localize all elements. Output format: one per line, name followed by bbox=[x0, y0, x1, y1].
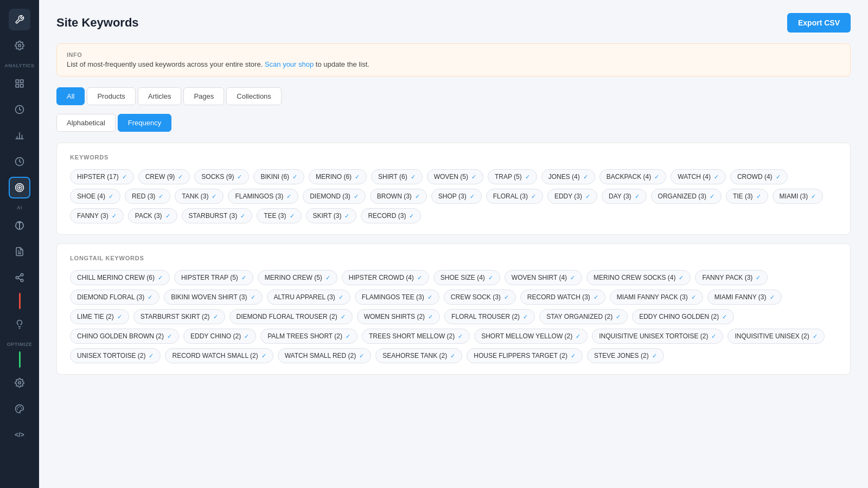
keyword-tag[interactable]: MIAMI (3) ✓ bbox=[773, 189, 824, 204]
keyword-tag[interactable]: RECORD (3) ✓ bbox=[361, 208, 421, 223]
check-icon: ✓ bbox=[593, 294, 598, 301]
tab-pages[interactable]: Pages bbox=[183, 87, 224, 105]
longtail-tag[interactable]: FLAMINGOS TEE (3) ✓ bbox=[355, 290, 439, 305]
longtail-tag[interactable]: INQUISITIVE UNISEX TORTOISE (2) ✓ bbox=[592, 329, 723, 344]
check-icon: ✓ bbox=[158, 193, 163, 200]
settings-gear-icon[interactable] bbox=[9, 35, 30, 56]
keyword-tag[interactable]: JONES (4) ✓ bbox=[541, 169, 595, 184]
longtail-tag[interactable]: ALTRU APPAREL (3) ✓ bbox=[267, 290, 350, 305]
sort-frequency[interactable]: Frequency bbox=[118, 114, 171, 132]
longtail-tag[interactable]: CHINO GOLDEN BROWN (2) ✓ bbox=[70, 329, 179, 344]
keyword-tag[interactable]: TANK (3) ✓ bbox=[175, 189, 224, 204]
document-ai-icon[interactable] bbox=[9, 241, 30, 262]
keyword-tag[interactable]: FLORAL (3) ✓ bbox=[486, 189, 543, 204]
check-icon: ✓ bbox=[112, 213, 117, 220]
report-icon[interactable] bbox=[9, 73, 30, 94]
optimize-label: OPTIMIZE bbox=[7, 342, 33, 347]
longtail-tag[interactable]: INQUISITIVE UNISEX (2) ✓ bbox=[727, 329, 824, 344]
keyword-tag[interactable]: SOCKS (9) ✓ bbox=[194, 169, 249, 184]
clock-icon[interactable] bbox=[9, 151, 30, 172]
longtail-tag[interactable]: SEAHORSE TANK (2) ✓ bbox=[375, 348, 462, 363]
target-icon[interactable] bbox=[9, 177, 30, 198]
check-icon: ✓ bbox=[344, 213, 349, 220]
longtail-tag[interactable]: UNISEX TORTOISE (2) ✓ bbox=[70, 348, 161, 363]
ai-brain-icon[interactable] bbox=[9, 215, 30, 236]
longtail-tag[interactable]: RECORD WATCH (3) ✓ bbox=[520, 290, 605, 305]
network-icon[interactable] bbox=[9, 267, 30, 288]
longtail-tag[interactable]: FLORAL TROUSER (2) ✓ bbox=[444, 309, 535, 324]
longtail-tag[interactable]: TREES SHORT MELLOW (2) ✓ bbox=[362, 329, 470, 344]
tab-collections[interactable]: Collections bbox=[226, 87, 282, 105]
longtail-tag[interactable]: HIPSTER CROWD (4) ✓ bbox=[342, 270, 429, 285]
longtail-tag[interactable]: MERINO CREW SOCKS (4) ✓ bbox=[586, 270, 691, 285]
code-icon[interactable]: </> bbox=[9, 424, 30, 446]
longtail-tag[interactable]: CHILL MERINO CREW (6) ✓ bbox=[70, 270, 170, 285]
longtail-tag[interactable]: LIME TIE (2) ✓ bbox=[70, 309, 129, 324]
keyword-tag[interactable]: WOVEN (5) ✓ bbox=[427, 169, 483, 184]
longtail-tag[interactable]: SHOE SIZE (4) ✓ bbox=[433, 270, 500, 285]
tools-icon[interactable] bbox=[9, 9, 30, 30]
export-csv-button[interactable]: Export CSV bbox=[787, 13, 851, 33]
longtail-tag[interactable]: STAY ORGANIZED (2) ✓ bbox=[539, 309, 628, 324]
analytics-chart-icon[interactable] bbox=[9, 99, 30, 120]
longtail-tag[interactable]: EDDY CHINO GOLDEN (2) ✓ bbox=[632, 309, 734, 324]
keyword-tag[interactable]: RED (3) ✓ bbox=[125, 189, 170, 204]
longtail-tag[interactable]: MERINO CREW (5) ✓ bbox=[258, 270, 337, 285]
longtail-tag[interactable]: STARBURST SKIRT (2) ✓ bbox=[133, 309, 225, 324]
keyword-tag[interactable]: MERINO (6) ✓ bbox=[309, 169, 367, 184]
longtail-tag[interactable]: MIAMI FANNY PACK (3) ✓ bbox=[610, 290, 703, 305]
longtail-tag[interactable]: WOMEN SHIRTS (2) ✓ bbox=[357, 309, 440, 324]
longtail-tag[interactable]: FANNY PACK (3) ✓ bbox=[695, 270, 768, 285]
longtail-tag[interactable]: STEVE JONES (2) ✓ bbox=[587, 348, 664, 363]
longtail-tag[interactable]: BIKINI WOVEN SHIRT (3) ✓ bbox=[164, 290, 262, 305]
bar-chart-icon[interactable] bbox=[9, 125, 30, 146]
sort-alphabetical[interactable]: Alphabetical bbox=[56, 114, 116, 132]
main-content: Site Keywords Export CSV INFO List of mo… bbox=[39, 0, 868, 488]
tab-products[interactable]: Products bbox=[87, 87, 135, 105]
tab-all[interactable]: All bbox=[56, 87, 85, 105]
longtail-tag[interactable]: CREW SOCK (3) ✓ bbox=[444, 290, 516, 305]
keyword-tag[interactable]: SKIRT (3) ✓ bbox=[306, 208, 357, 223]
longtail-tag[interactable]: WOVEN SHIRT (4) ✓ bbox=[505, 270, 582, 285]
optimize-settings-icon[interactable] bbox=[9, 372, 30, 394]
keyword-tag[interactable]: PACK (3) ✓ bbox=[128, 208, 177, 223]
longtail-tag[interactable]: EDDY CHINO (2) ✓ bbox=[183, 329, 256, 344]
keyword-tag[interactable]: CROWD (4) ✓ bbox=[730, 169, 788, 184]
keyword-tag[interactable]: WATCH (4) ✓ bbox=[671, 169, 726, 184]
bulb-icon[interactable] bbox=[9, 313, 30, 335]
longtail-tag[interactable]: WATCH SMALL RED (2) ✓ bbox=[278, 348, 372, 363]
longtail-tag[interactable]: HOUSE FLIPPERS TARGET (2) ✓ bbox=[467, 348, 583, 363]
tab-articles[interactable]: Articles bbox=[138, 87, 182, 105]
keyword-tag[interactable]: DAY (3) ✓ bbox=[602, 189, 647, 204]
check-icon: ✓ bbox=[428, 313, 433, 320]
keyword-tag[interactable]: HIPSTER (17) ✓ bbox=[70, 169, 134, 184]
longtail-tag[interactable]: DIEMOND FLORAL (3) ✓ bbox=[70, 290, 159, 305]
check-icon: ✓ bbox=[756, 274, 761, 281]
keyword-tag[interactable]: CREW (9) ✓ bbox=[138, 169, 190, 184]
keyword-tag[interactable]: BROWN (3) ✓ bbox=[370, 189, 427, 204]
keyword-tag[interactable]: STARBURST (3) ✓ bbox=[182, 208, 253, 223]
keyword-tag[interactable]: BIKINI (6) ✓ bbox=[253, 169, 304, 184]
keyword-tag[interactable]: SHOP (3) ✓ bbox=[431, 189, 482, 204]
keyword-tag[interactable]: DIEMOND (3) ✓ bbox=[303, 189, 366, 204]
longtail-tag[interactable]: DIEMOND FLORAL TROUSER (2) ✓ bbox=[229, 309, 353, 324]
keyword-tag[interactable]: SHIRT (6) ✓ bbox=[371, 169, 423, 184]
keyword-tag[interactable]: EDDY (3) ✓ bbox=[547, 189, 597, 204]
longtail-tag[interactable]: PALM TREES SHORT (2) ✓ bbox=[260, 329, 358, 344]
keyword-tag[interactable]: BACKPACK (4) ✓ bbox=[599, 169, 666, 184]
keyword-tag[interactable]: ORGANIZED (3) ✓ bbox=[651, 189, 722, 204]
keyword-tag[interactable]: FANNY (3) ✓ bbox=[70, 208, 124, 223]
longtail-tag[interactable]: HIPSTER TRAP (5) ✓ bbox=[174, 270, 253, 285]
keyword-tag[interactable]: TIE (3) ✓ bbox=[726, 189, 768, 204]
palette-icon[interactable] bbox=[9, 398, 30, 420]
longtail-tag[interactable]: SHORT MELLOW YELLOW (2) ✓ bbox=[474, 329, 588, 344]
keyword-tag[interactable]: TEE (3) ✓ bbox=[257, 208, 301, 223]
scan-shop-link[interactable]: Scan your shop bbox=[265, 60, 314, 68]
check-icon: ✓ bbox=[458, 333, 463, 340]
longtail-tag[interactable]: RECORD WATCH SMALL (2) ✓ bbox=[165, 348, 273, 363]
keyword-tag[interactable]: SHOE (4) ✓ bbox=[70, 189, 120, 204]
longtail-tag[interactable]: MIAMI FANNY (3) ✓ bbox=[707, 290, 782, 305]
keyword-tag[interactable]: TRAP (5) ✓ bbox=[488, 169, 537, 184]
keyword-tag[interactable]: FLAMINGOS (3) ✓ bbox=[228, 189, 298, 204]
check-icon: ✓ bbox=[149, 352, 154, 359]
